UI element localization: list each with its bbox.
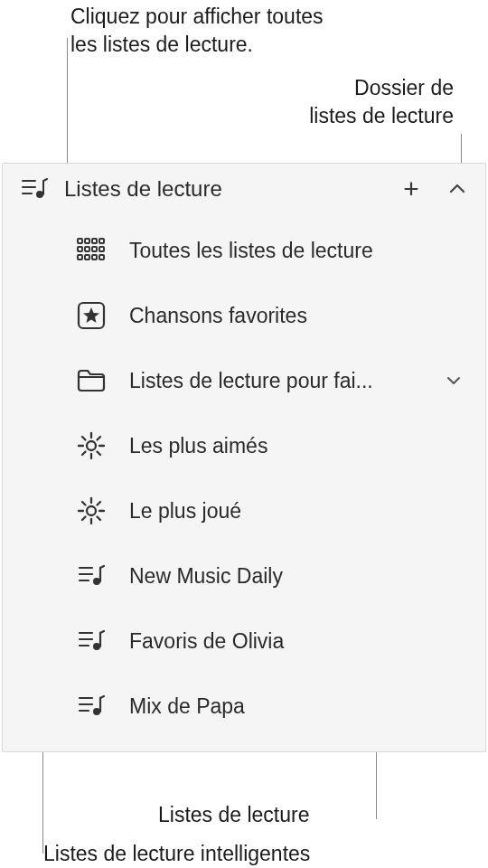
smart-playlist-item[interactable]: Le plus joué [3,478,485,543]
svg-rect-10 [92,247,97,251]
playlists-list: Toutes les listes de lecture Chansons fa… [3,214,485,751]
svg-rect-4 [78,239,82,243]
playlist-icon [73,694,109,718]
svg-line-25 [82,452,86,456]
svg-line-24 [98,452,101,456]
row-label: New Music Daily [129,564,467,589]
svg-point-43 [93,643,100,650]
playlists-title: Listes de lecture [64,176,379,202]
svg-point-3 [36,191,43,198]
svg-rect-11 [99,247,104,251]
svg-rect-9 [85,247,89,251]
callout-folder: Dossier de listes de lecture [309,74,454,130]
row-label: Mix de Papa [129,694,467,719]
smart-playlist-item[interactable]: Les plus aimés [3,413,485,478]
svg-rect-8 [78,247,82,251]
playlists-header[interactable]: Listes de lecture + [3,164,485,214]
playlist-folder-item[interactable]: Listes de lecture pour fai... [3,348,485,413]
row-label: Les plus aimés [129,434,467,458]
svg-rect-15 [99,255,104,259]
svg-point-27 [87,506,96,515]
svg-line-32 [82,502,86,505]
svg-line-34 [82,517,86,521]
expand-chevron-icon[interactable] [440,372,467,391]
playlist-icon [21,177,48,201]
star-box-icon [73,301,109,330]
svg-rect-7 [99,239,104,243]
row-label: Favoris de Olivia [129,629,467,654]
svg-rect-6 [92,239,97,243]
add-playlist-button[interactable]: + [395,174,427,204]
svg-line-33 [98,517,101,521]
folder-icon [73,368,109,393]
row-label: Listes de lecture pour fai... [129,369,420,393]
grid-icon [73,238,109,263]
playlist-item[interactable]: New Music Daily [3,543,485,609]
gear-icon [73,431,109,460]
svg-line-23 [82,437,86,440]
row-label: Le plus joué [129,499,467,524]
gear-icon [73,496,109,525]
favorite-songs-item[interactable]: Chansons favorites [3,283,485,348]
svg-line-35 [98,502,101,505]
all-playlists-item[interactable]: Toutes les listes de lecture [3,218,485,283]
row-label: Chansons favorites [129,304,467,328]
svg-rect-5 [85,239,89,243]
svg-rect-12 [78,255,82,259]
svg-point-18 [87,441,96,450]
svg-point-47 [93,708,100,715]
svg-rect-14 [92,255,97,259]
svg-line-26 [98,437,101,440]
collapse-chevron-icon[interactable] [444,180,471,199]
row-label: Toutes les listes de lecture [129,239,467,263]
playlist-item[interactable]: Favoris de Olivia [3,609,485,674]
playlists-panel: Listes de lecture + [2,163,486,752]
callout-playlists: Listes de lecture [158,801,309,829]
svg-point-39 [93,578,100,585]
svg-rect-13 [85,255,89,259]
callout-smart-playlists: Listes de lecture intelligentes [43,840,310,868]
callout-all-playlists: Cliquez pour afficher toutes les listes … [70,3,324,59]
playlist-icon [73,629,109,653]
playlist-item[interactable]: Mix de Papa [3,674,485,739]
playlist-icon [73,564,109,588]
